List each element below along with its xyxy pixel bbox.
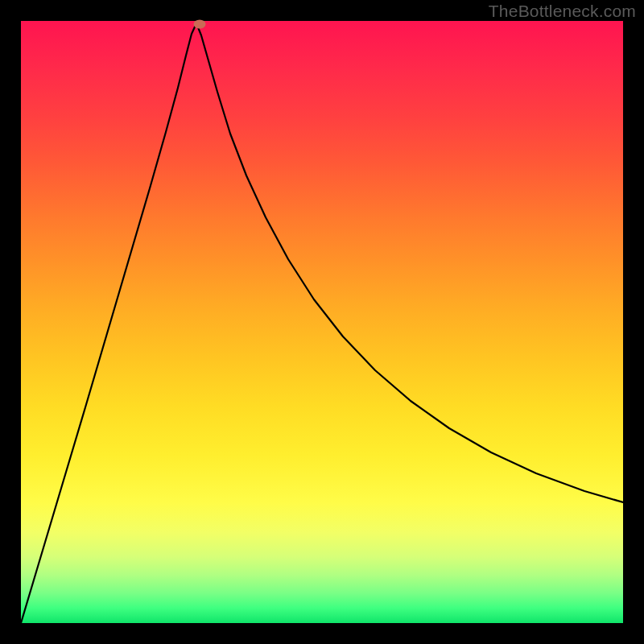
chart-frame: TheBottleneck.com <box>0 0 644 644</box>
plot-area <box>21 21 623 623</box>
watermark-text: TheBottleneck.com <box>489 2 636 21</box>
curve-path <box>21 23 623 623</box>
min-marker <box>194 20 206 29</box>
curve-svg <box>21 21 623 623</box>
